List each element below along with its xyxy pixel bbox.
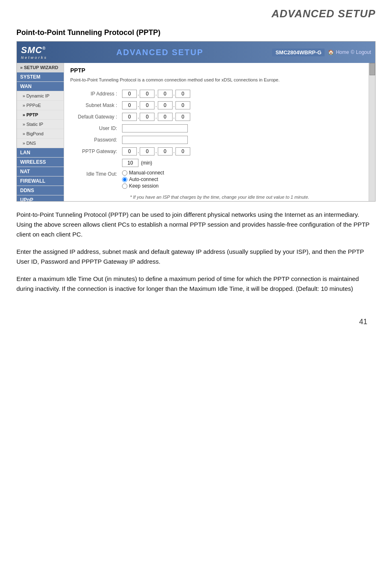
ip-octet-4[interactable] [175, 90, 190, 98]
idle-time-unit: (min) [141, 160, 152, 166]
pptp-gw-octet-2[interactable] [140, 147, 154, 156]
subnet-octet-1[interactable] [122, 101, 137, 109]
pptp-gw-octet-4[interactable] [175, 147, 190, 156]
router-model-nav: SMC2804WBRP-G 🏠 Home © Logout [272, 49, 371, 56]
pptp-gateway-label: PPTP Gateway: [70, 146, 120, 157]
sidebar-item-pptp[interactable]: » PPTP [17, 110, 64, 120]
router-nav-links[interactable]: 🏠 Home © Logout [328, 49, 371, 55]
section-heading: Point-to-Point Tunneling Protocol (PPTP) [0, 24, 392, 41]
password-field [120, 134, 369, 146]
password-row: Password: [70, 134, 369, 146]
gateway-octet-1[interactable] [122, 113, 137, 121]
radio-manual-connect[interactable]: Manual-connect [122, 170, 367, 176]
nav-separator: © [350, 49, 354, 55]
sidebar-item-ddns[interactable]: DDNS [17, 186, 64, 195]
sidebar-item-system[interactable]: SYSTEM [17, 72, 64, 82]
radio-keep-label: Keep session [129, 183, 159, 189]
scroll-bar[interactable] [369, 63, 375, 201]
default-gateway-label: Default Gateway : [70, 111, 120, 123]
ip-octet-3[interactable] [158, 90, 173, 98]
sidebar-item-bigpond[interactable]: » BigPond [17, 129, 64, 139]
radio-manual-input[interactable] [122, 170, 127, 176]
sidebar-item-upnp[interactable]: UPnP [17, 195, 64, 201]
ip-octet-2[interactable] [140, 90, 154, 98]
radio-keep-input[interactable] [122, 183, 127, 189]
content-title: PPTP [70, 67, 369, 74]
subnet-mask-row: Subnet Mask : . . . [70, 100, 369, 111]
user-id-field [120, 123, 369, 134]
sidebar-item-dynamic-ip[interactable]: » Dynamic IP [17, 91, 64, 101]
gateway-octet-4[interactable] [175, 113, 190, 121]
ip-address-fields: . . . [120, 88, 369, 100]
router-header-title-text: ADVANCED SETUP [116, 48, 203, 57]
password-input[interactable] [122, 136, 188, 144]
ip-address-label: IP Address : [70, 88, 120, 100]
default-gateway-fields: . . . [120, 111, 369, 123]
router-header: SMC® Networks ADVANCED SETUP SMC2804WBRP… [17, 42, 375, 63]
password-label: Password: [70, 134, 120, 146]
idle-time-label: Idle Time Out: [70, 157, 120, 190]
router-model-label: SMC2804WBRP-G [272, 49, 325, 56]
radio-auto-connect[interactable]: Auto-connect [122, 176, 367, 182]
sidebar-item-lan[interactable]: LAN [17, 148, 64, 158]
subnet-mask-fields: . . . [120, 100, 369, 111]
subnet-octet-3[interactable] [158, 101, 173, 109]
ip-octet-1[interactable] [122, 90, 137, 98]
sidebar-item-firewall[interactable]: FIREWALL [17, 176, 64, 186]
radio-auto-input[interactable] [122, 177, 127, 182]
router-logo: SMC® Networks [21, 45, 48, 60]
body-paragraph-1: Point-to-Point Tunneling Protocol (PPTP)… [16, 210, 376, 239]
form-table: IP Address : . . . Sub [70, 88, 369, 190]
radio-keep-session[interactable]: Keep session [122, 183, 367, 189]
sidebar-item-static-ip[interactable]: » Static IP [17, 120, 64, 129]
gateway-octet-3[interactable] [158, 113, 173, 121]
radio-group: Manual-connect Auto-connect Keep session [122, 170, 367, 189]
user-id-label: User ID: [70, 123, 120, 134]
pptp-gw-octet-1[interactable] [122, 147, 137, 156]
radio-manual-label: Manual-connect [129, 170, 164, 176]
pptp-gw-octet-3[interactable] [158, 147, 173, 156]
sidebar-item-dns[interactable]: » DNS [17, 139, 64, 148]
body-content: Point-to-Point Tunneling Protocol (PPTP)… [0, 202, 392, 309]
body-paragraph-3: Enter a maximum Idle Time Out (in minute… [16, 274, 376, 294]
router-body: » SETUP WIZARD SYSTEM WAN » Dynamic IP »… [17, 63, 375, 201]
content-description: Point-to-Point Tunneling Protocol is a c… [70, 77, 369, 83]
sidebar-item-setup-wizard[interactable]: » SETUP WIZARD [17, 63, 64, 72]
gateway-octet-2[interactable] [140, 113, 154, 121]
logout-link[interactable]: Logout [356, 49, 371, 55]
subnet-mask-label: Subnet Mask : [70, 100, 120, 111]
content-area: PPTP Point-to-Point Tunneling Protocol i… [64, 63, 375, 201]
home-icon[interactable]: 🏠 [328, 49, 334, 55]
user-id-row: User ID: [70, 123, 369, 134]
router-ui-box: SMC® Networks ADVANCED SETUP SMC2804WBRP… [16, 41, 376, 202]
user-id-input[interactable] [122, 124, 188, 132]
subnet-octet-2[interactable] [140, 101, 154, 109]
pptp-gateway-fields: . . . [120, 146, 369, 157]
idle-time-fields: (min) Manual-connect Auto-connect [120, 157, 369, 190]
footer-note: * If you have an ISP that charges by the… [70, 195, 369, 200]
page-number: 41 [0, 309, 392, 334]
page-header-title: ADVANCED SETUP [0, 0, 392, 24]
router-logo-block: SMC® Networks [21, 45, 48, 60]
sidebar-item-wireless[interactable]: WIRELESS [17, 158, 64, 167]
body-paragraph-2: Enter the assigned IP address, subnet ma… [16, 247, 376, 267]
sidebar: » SETUP WIZARD SYSTEM WAN » Dynamic IP »… [17, 63, 64, 201]
idle-time-input[interactable] [122, 159, 138, 167]
pptp-gateway-row: PPTP Gateway: . . . [70, 146, 369, 157]
sidebar-item-pppoe[interactable]: » PPPoE [17, 101, 64, 110]
sidebar-item-wan[interactable]: WAN [17, 82, 64, 91]
subnet-octet-4[interactable] [175, 101, 190, 109]
scroll-thumb[interactable] [369, 63, 375, 75]
home-link[interactable]: Home [336, 49, 349, 55]
router-header-right: ADVANCED SETUP [116, 48, 203, 57]
default-gateway-row: Default Gateway : . . . [70, 111, 369, 123]
sidebar-item-nat[interactable]: NAT [17, 167, 64, 176]
radio-auto-label: Auto-connect [129, 176, 158, 182]
ip-address-row: IP Address : . . . [70, 88, 369, 100]
idle-time-row: Idle Time Out: (min) Manual-connect [70, 157, 369, 190]
